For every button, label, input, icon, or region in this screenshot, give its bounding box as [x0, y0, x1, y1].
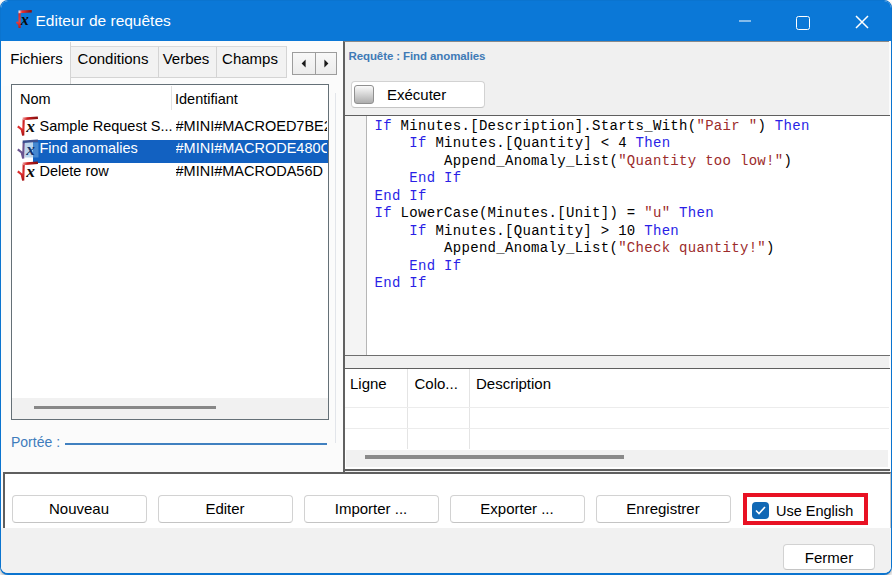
- svg-text:x: x: [25, 116, 35, 136]
- svg-text:x: x: [20, 11, 29, 28]
- svg-text:x: x: [25, 161, 35, 181]
- svg-text:x: x: [25, 138, 35, 158]
